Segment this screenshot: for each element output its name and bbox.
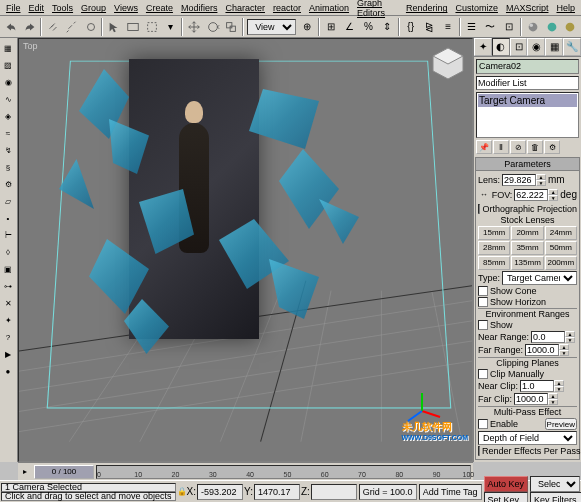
viewport-label[interactable]: Top [23, 41, 38, 51]
menu-create[interactable]: Create [142, 3, 177, 13]
reactor-create-icon[interactable]: ● [0, 363, 16, 379]
object-name-field[interactable] [476, 59, 579, 74]
lens-spinner[interactable]: ▲▼ [536, 174, 546, 186]
menu-file[interactable]: File [2, 3, 25, 13]
pin-stack-button[interactable]: 📌 [476, 140, 492, 154]
preset-135mm[interactable]: 135mm [511, 256, 543, 270]
preset-28mm[interactable]: 28mm [478, 241, 510, 255]
time-tag-button[interactable]: Add Time Tag [419, 484, 482, 500]
redo-button[interactable] [21, 18, 39, 36]
tab-display[interactable]: ▦ [545, 38, 563, 56]
preset-200mm[interactable]: 200mm [545, 256, 577, 270]
trackbar-toggle-button[interactable]: ▸ [18, 464, 32, 480]
mpe-preview-button[interactable]: Preview [545, 418, 577, 430]
fov-spinner[interactable]: ▲▼ [548, 189, 558, 201]
refcoord-dropdown[interactable]: View [247, 19, 296, 35]
schematic-button[interactable]: ⊡ [500, 18, 518, 36]
reactor-car-icon[interactable]: ▣ [0, 261, 16, 277]
show-horizon-checkbox[interactable] [478, 297, 488, 307]
reactor-hinge-icon[interactable]: ⊢ [0, 227, 16, 243]
unique-button[interactable]: ⊘ [510, 140, 526, 154]
env-show-checkbox[interactable] [478, 320, 488, 330]
fov-field[interactable] [514, 189, 548, 201]
rep-checkbox[interactable] [478, 446, 480, 456]
modifier-stack[interactable]: Target Camera [476, 92, 579, 139]
menu-modifiers[interactable]: Modifiers [177, 3, 222, 13]
near-clip-field[interactable] [520, 380, 554, 392]
far-clip-spinner[interactable]: ▲▼ [548, 393, 558, 405]
time-ruler[interactable]: 0 10 20 30 40 50 60 70 80 90 100 [96, 465, 471, 479]
near-range-spinner[interactable]: ▲▼ [565, 331, 575, 343]
reactor-point-icon[interactable]: • [0, 210, 16, 226]
tab-hierarchy[interactable]: ⊡ [510, 38, 528, 56]
selection-filter-button[interactable]: ▾ [162, 18, 180, 36]
menu-character[interactable]: Character [221, 3, 269, 13]
near-range-field[interactable] [531, 331, 565, 343]
tab-create[interactable]: ✦ [474, 38, 492, 56]
reactor-plane-icon[interactable]: ▱ [0, 193, 16, 209]
menu-reactor[interactable]: reactor [269, 3, 305, 13]
autokey-button[interactable]: Auto Key [484, 476, 529, 492]
reactor-spring-icon[interactable]: § [0, 159, 16, 175]
pivot-button[interactable]: ⊕ [298, 18, 316, 36]
layers-button[interactable]: ☰ [463, 18, 481, 36]
reactor-wind-icon[interactable]: ↯ [0, 142, 16, 158]
show-cone-checkbox[interactable] [478, 286, 488, 296]
menu-customize[interactable]: Customize [451, 3, 502, 13]
reactor-deform-icon[interactable]: ◈ [0, 108, 16, 124]
spinner-snap-button[interactable]: ⇕ [378, 18, 396, 36]
keymode-dropdown[interactable]: Selected [530, 476, 580, 492]
setkey-button[interactable]: Set Key [484, 492, 529, 503]
reactor-motor-icon[interactable]: ⚙ [0, 176, 16, 192]
mirror-button[interactable]: ⧎ [421, 18, 439, 36]
tab-utilities[interactable]: 🔧 [563, 38, 581, 56]
menu-grapheditors[interactable]: Graph Editors [353, 0, 402, 18]
link-button[interactable] [44, 18, 62, 36]
keyfilters-button[interactable]: Key Filters... [530, 492, 581, 503]
menu-tools[interactable]: Tools [48, 3, 77, 13]
stack-item-target-camera[interactable]: Target Camera [478, 94, 577, 107]
move-button[interactable] [185, 18, 203, 36]
preset-15mm[interactable]: 15mm [478, 226, 510, 240]
snap-toggle-button[interactable]: ⊞ [322, 18, 340, 36]
reactor-rope-icon[interactable]: ∿ [0, 91, 16, 107]
y-coord-field[interactable] [254, 484, 300, 500]
ortho-checkbox[interactable] [478, 204, 480, 214]
near-clip-spinner[interactable]: ▲▼ [554, 380, 564, 392]
z-coord-field[interactable] [311, 484, 357, 500]
fov-direction-button[interactable]: ↔ [478, 187, 490, 203]
clip-manual-checkbox[interactable] [478, 369, 488, 379]
select-region-button[interactable] [143, 18, 161, 36]
menu-animation[interactable]: Animation [305, 3, 353, 13]
reactor-cloth-icon[interactable]: ▨ [0, 57, 16, 73]
menu-maxscript[interactable]: MAXScript [502, 3, 553, 13]
menu-help[interactable]: Help [552, 3, 579, 13]
reference-plane[interactable] [129, 59, 259, 339]
reactor-soft-icon[interactable]: ◉ [0, 74, 16, 90]
far-clip-field[interactable] [514, 393, 548, 405]
align-button[interactable]: ≡ [439, 18, 457, 36]
far-range-spinner[interactable]: ▲▼ [559, 344, 569, 356]
reactor-analyze-icon[interactable]: ? [0, 329, 16, 345]
tab-motion[interactable]: ◉ [527, 38, 545, 56]
reactor-toy-icon[interactable]: ✕ [0, 295, 16, 311]
menu-rendering[interactable]: Rendering [402, 3, 452, 13]
render-scene-button[interactable] [543, 18, 561, 36]
reactor-water-icon[interactable]: ≈ [0, 125, 16, 141]
modifier-list-dropdown[interactable]: Modifier List [476, 76, 579, 90]
select-name-button[interactable] [124, 18, 142, 36]
configure-button[interactable]: ⚙ [544, 140, 560, 154]
preset-24mm[interactable]: 24mm [545, 226, 577, 240]
material-editor-button[interactable] [524, 18, 542, 36]
x-coord-field[interactable] [197, 484, 243, 500]
lock-selection-button[interactable]: 🔒 [177, 484, 187, 500]
reactor-fracture-icon[interactable]: ✦ [0, 312, 16, 328]
camera-type-dropdown[interactable]: Target Camera [502, 271, 577, 285]
reactor-rigid-icon[interactable]: ▦ [0, 40, 16, 56]
mpe-enable-checkbox[interactable] [478, 419, 488, 429]
viewcube-icon[interactable] [428, 43, 468, 83]
viewport[interactable]: Top [18, 38, 473, 462]
time-slider-handle[interactable]: 0 / 100 [34, 465, 94, 479]
far-range-field[interactable] [525, 344, 559, 356]
reactor-preview-icon[interactable]: ▶ [0, 346, 16, 362]
